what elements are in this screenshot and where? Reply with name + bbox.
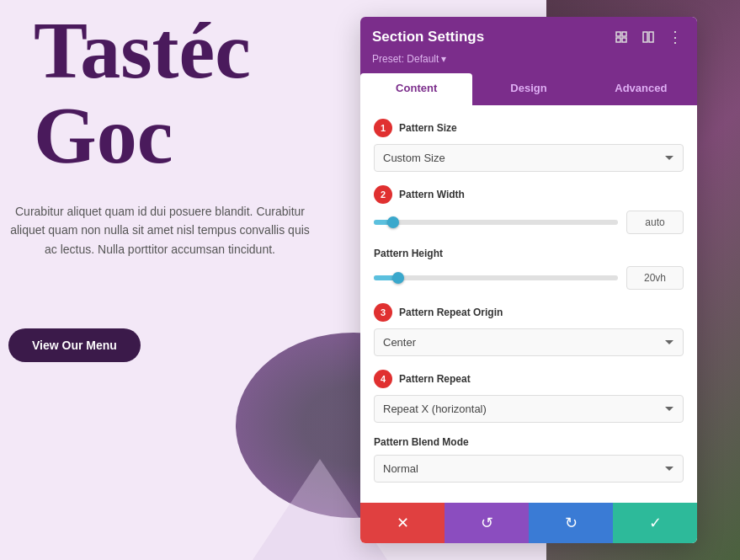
panel-header-icons: ⋮ bbox=[611, 27, 685, 47]
step-4-badge: 4 bbox=[374, 370, 392, 388]
svg-rect-4 bbox=[643, 32, 647, 42]
pattern-width-input[interactable] bbox=[626, 211, 684, 234]
tab-content[interactable]: Content bbox=[360, 73, 472, 105]
pattern-width-label: 2 Pattern Width bbox=[374, 185, 684, 204]
save-button[interactable]: ✓ bbox=[613, 503, 697, 543]
more-icon[interactable]: ⋮ bbox=[665, 27, 685, 47]
expand-icon[interactable] bbox=[611, 27, 631, 47]
svg-rect-5 bbox=[649, 32, 653, 42]
pattern-size-group: 1 Pattern Size Custom Size Auto Cover Co… bbox=[374, 119, 684, 172]
pattern-repeat-label: 4 Pattern Repeat bbox=[374, 370, 684, 388]
pattern-height-input[interactable] bbox=[626, 266, 684, 290]
cancel-button[interactable]: ✕ bbox=[360, 503, 445, 543]
step-3-badge: 3 bbox=[374, 303, 392, 322]
svg-rect-0 bbox=[616, 32, 620, 36]
tab-advanced[interactable]: Advanced bbox=[585, 73, 697, 105]
svg-rect-1 bbox=[622, 32, 626, 36]
panel-header: Section Settings ⋮ bbox=[360, 17, 697, 73]
pattern-blend-mode-group: Pattern Blend Mode Normal Multiply Scree… bbox=[374, 436, 684, 483]
pattern-repeat-origin-label: 3 Pattern Repeat Origin bbox=[374, 303, 684, 322]
pattern-repeat-group: 4 Pattern Repeat Repeat X (horizontal) R… bbox=[374, 370, 684, 423]
panel-body: 1 Pattern Size Custom Size Auto Cover Co… bbox=[360, 105, 697, 503]
panel-footer: ✕ ↺ ↻ ✓ bbox=[360, 503, 697, 543]
step-2-badge: 2 bbox=[374, 185, 392, 204]
hero-body-text: Curabitur aliquet quam id dui posuere bl… bbox=[0, 202, 320, 259]
pattern-blend-mode-label: Pattern Blend Mode bbox=[374, 436, 684, 448]
pattern-size-label: 1 Pattern Size bbox=[374, 119, 684, 137]
preset-selector[interactable]: Preset: Default ▾ bbox=[372, 53, 446, 65]
svg-rect-3 bbox=[622, 38, 626, 42]
pattern-width-slider[interactable] bbox=[374, 220, 618, 225]
pattern-height-label: Pattern Height bbox=[374, 248, 684, 259]
undo-button[interactable]: ↺ bbox=[445, 503, 529, 543]
step-1-badge: 1 bbox=[374, 119, 392, 137]
pattern-height-group: Pattern Height bbox=[374, 248, 684, 290]
pattern-width-group: 2 Pattern Width bbox=[374, 185, 684, 234]
menu-button[interactable]: View Our Menu bbox=[8, 328, 141, 362]
pattern-width-slider-row bbox=[374, 211, 684, 234]
panel-header-top: Section Settings ⋮ bbox=[372, 27, 685, 47]
panel-title: Section Settings bbox=[372, 29, 484, 45]
pattern-repeat-origin-select[interactable]: Center Top Left Top Right Bottom Left Bo… bbox=[374, 328, 684, 356]
pattern-repeat-select[interactable]: Repeat X (horizontal) Repeat Y (vertical… bbox=[374, 395, 684, 423]
pattern-blend-mode-select[interactable]: Normal Multiply Screen Overlay Darken Li… bbox=[374, 455, 684, 483]
pattern-height-slider-row bbox=[374, 266, 684, 290]
tab-design[interactable]: Design bbox=[472, 73, 584, 105]
pattern-height-slider[interactable] bbox=[374, 275, 618, 280]
pattern-repeat-origin-group: 3 Pattern Repeat Origin Center Top Left … bbox=[374, 303, 684, 356]
svg-rect-2 bbox=[616, 38, 620, 42]
columns-icon[interactable] bbox=[638, 27, 658, 47]
panel-tabs: Content Design Advanced bbox=[360, 73, 697, 105]
pattern-size-select[interactable]: Custom Size Auto Cover Contain bbox=[374, 144, 684, 172]
hero-title: Tastéc Goc bbox=[34, 8, 251, 179]
section-settings-panel: Section Settings ⋮ bbox=[360, 17, 697, 543]
redo-button[interactable]: ↻ bbox=[529, 503, 613, 543]
